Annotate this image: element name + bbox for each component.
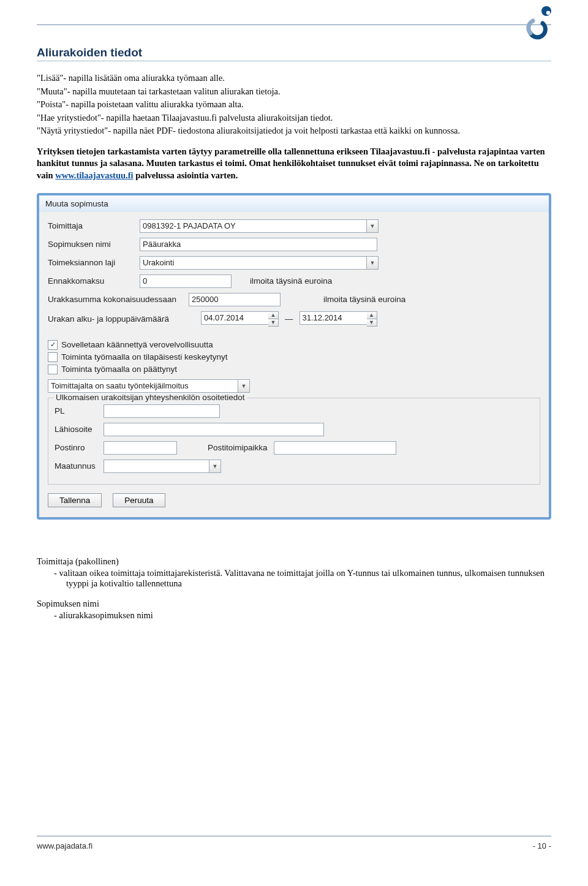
- ilmoitus-combo[interactable]: ▼: [48, 379, 250, 393]
- group-legend: Ulkomaisen urakoitsijan yhteyshenkilön o…: [53, 393, 247, 402]
- label-toimittaja: Toimittaja: [48, 221, 134, 230]
- dash-separator: —: [285, 314, 293, 324]
- section-title: Aliurakoiden tiedot: [37, 46, 551, 59]
- chevron-down-icon[interactable]: ▼: [209, 460, 221, 473]
- label-postitoimipaikka: Postitoimipaikka: [208, 443, 268, 452]
- save-button[interactable]: Tallenna: [48, 493, 102, 507]
- label-chk1: Sovelletaan käännettyä verovelvollisuutt…: [61, 340, 213, 349]
- label-urakka-paivamaarat: Urakan alku- ja loppupäivämäärä: [48, 314, 195, 324]
- label-ennakkomaksu: Ennakkomaksu: [48, 276, 134, 286]
- cancel-button[interactable]: Peruuta: [113, 493, 165, 507]
- toimeksiannon-laji-input[interactable]: [140, 256, 366, 270]
- svg-point-1: [546, 11, 550, 15]
- paragraph-emphasis: Yrityksen tietojen tarkastamista varten …: [37, 146, 551, 182]
- footer-text-sopimus: - aliurakkasopimuksen nimi: [37, 610, 551, 621]
- chevron-down-icon[interactable]: ▼: [366, 219, 379, 233]
- divider: [37, 25, 551, 25]
- urakkasumma-input[interactable]: [189, 293, 281, 306]
- page-footer: www.pajadata.fi - 10 -: [37, 836, 551, 850]
- chevron-up-icon[interactable]: ▲: [367, 311, 377, 319]
- alku-paiva-field[interactable]: ▲ ▼: [201, 311, 279, 327]
- svg-point-0: [541, 6, 551, 16]
- label-pl: PL: [55, 406, 97, 415]
- postinro-input[interactable]: [104, 441, 177, 455]
- spinner[interactable]: ▲ ▼: [268, 311, 279, 327]
- paragraph: "Muuta"- napilla muutetaan tai tarkastet…: [37, 86, 551, 98]
- loppu-paiva-field[interactable]: ▲ ▼: [300, 311, 377, 327]
- chevron-down-icon[interactable]: ▼: [268, 319, 279, 327]
- hint-urakkasumma: ilmoita täysinä euroina: [323, 295, 405, 304]
- toimittaja-input[interactable]: [140, 219, 366, 233]
- link-tilaajavastuu[interactable]: www.tilaajavastuu.fi: [55, 170, 133, 180]
- footer-label-sopimus: Sopimuksen nimi: [37, 599, 551, 609]
- toimeksiannon-laji-combo[interactable]: ▼: [140, 256, 379, 270]
- ilmoitus-input[interactable]: [48, 379, 238, 393]
- divider: [37, 61, 551, 61]
- page-number: - 10 -: [533, 841, 551, 850]
- label-urakkasumma: Urakkasumma kokonaisuudessaan: [48, 295, 183, 304]
- label-sopimuksen-nimi: Sopimuksen nimi: [48, 240, 134, 249]
- checkbox-keskeytynyt[interactable]: [48, 352, 58, 362]
- lahiosoite-input[interactable]: [104, 423, 324, 436]
- hint-ennakko: ilmoita täysinä euroina: [250, 276, 332, 286]
- paragraph: "Näytä yritystiedot"- napilla näet PDF- …: [37, 125, 551, 137]
- chevron-down-icon[interactable]: ▼: [366, 256, 379, 270]
- groupbox-ulkomainen-osoite: Ulkomaisen urakoitsijan yhteyshenkilön o…: [48, 398, 540, 485]
- chevron-down-icon[interactable]: ▼: [238, 379, 250, 393]
- label-chk3: Toiminta työmaalla on päättynyt: [61, 365, 177, 374]
- body-text: "Lisää"- napilla lisätään oma aliurakka …: [37, 72, 551, 182]
- label-chk2: Toiminta työmaalla on tilapäisesti keske…: [61, 352, 228, 362]
- checkbox-verovelvollisuus[interactable]: ✓: [48, 340, 58, 350]
- sopimuksen-nimi-input[interactable]: [140, 238, 377, 251]
- alku-paiva-input[interactable]: [201, 311, 268, 325]
- toimittaja-combo[interactable]: ▼: [140, 219, 379, 233]
- footer-label-toimittaja: Toimittaja (pakollinen): [37, 556, 551, 567]
- maatunnus-input[interactable]: [104, 460, 209, 473]
- label-toimeksiannon-laji: Toimeksiannon laji: [48, 258, 134, 267]
- dialog-title: Muuta sopimusta: [39, 195, 549, 212]
- chevron-down-icon[interactable]: ▼: [367, 319, 377, 327]
- checkbox-paattynyt[interactable]: [48, 365, 58, 374]
- chevron-up-icon[interactable]: ▲: [268, 311, 279, 319]
- paragraph: "Poista"- napilla poistetaan valittu ali…: [37, 99, 551, 111]
- footer-url: www.pajadata.fi: [37, 841, 92, 850]
- label-lahiosoite: Lähiosoite: [55, 425, 97, 434]
- ennakkomaksu-input[interactable]: [140, 275, 232, 288]
- dialog-window: Muuta sopimusta Toimittaja ▼ Sopimuksen …: [37, 193, 551, 520]
- paragraph: "Lisää"- napilla lisätään oma aliurakka …: [37, 72, 551, 85]
- label-maatunnus: Maatunnus: [55, 461, 97, 471]
- postitoimipaikka-input[interactable]: [274, 441, 396, 455]
- paragraph: "Hae yritystiedot"- napilla haetaan Tila…: [37, 112, 551, 124]
- label-postinro: Postinro: [55, 443, 97, 452]
- loppu-paiva-input[interactable]: [300, 311, 367, 325]
- maatunnus-combo[interactable]: ▼: [104, 460, 221, 473]
- brand-logo: [524, 5, 554, 40]
- footer-text-toimittaja: - valitaan oikea toimittaja toimittajare…: [37, 568, 551, 589]
- spinner[interactable]: ▲ ▼: [367, 311, 377, 327]
- pl-input[interactable]: [104, 404, 220, 418]
